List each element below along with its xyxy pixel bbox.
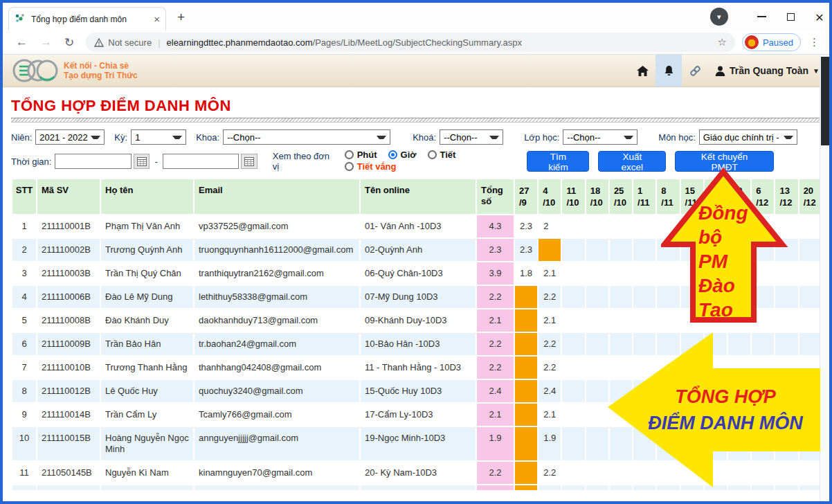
column-header-4: Tên online [360, 179, 476, 215]
close-button[interactable]: × [815, 10, 824, 24]
cell-day-8/11 [656, 238, 680, 262]
radio-icon [345, 162, 354, 171]
table-row: 1211110001BPhạm Thị Vân Anhvp337525@gmai… [12, 215, 822, 238]
minimize-button[interactable] [757, 16, 766, 17]
cell-stt [12, 485, 37, 491]
cell-day-20/12 [799, 356, 822, 379]
cell-ten-online: 09-Khánh Duy-10D3 [360, 309, 476, 332]
warning-icon [94, 38, 104, 47]
cell-day-18/10 [586, 332, 609, 356]
cell-day-15/11 [680, 426, 704, 461]
cell-ten-online [360, 485, 476, 491]
column-header-25/10: 25/10 [609, 179, 633, 215]
calendar-from-button[interactable] [134, 154, 150, 169]
unit-radio-Giờ[interactable]: Giờ [388, 150, 417, 160]
cell-day-22/11 [704, 285, 727, 309]
cell-day-18/10 [586, 238, 609, 262]
unit-radio-Phút[interactable]: Phút [345, 150, 377, 160]
forward-icon[interactable]: → [40, 35, 52, 49]
not-secure-label[interactable]: Not secure [94, 37, 152, 48]
calendar-icon [137, 157, 147, 166]
cell-day-25/10 [609, 238, 633, 262]
cell-day-4/10: 1.9 [538, 426, 561, 461]
page-title: TỔNG HỢP ĐIỂM DANH MÔN [11, 97, 821, 115]
table-row: 8211110012BLê Quốc Huyquochuy3240@gmail.… [12, 379, 822, 403]
maximize-button[interactable] [787, 13, 795, 21]
time-to-input[interactable] [163, 154, 239, 169]
cell-day-13/12 [775, 426, 798, 461]
column-header-15/11: 15/11 [680, 179, 704, 215]
ky-select[interactable]: 1 [131, 129, 186, 145]
cell-day-11/10 [561, 379, 585, 403]
cell-day-20/12 [799, 309, 822, 332]
bookmark-star-icon[interactable]: ☆ [717, 36, 726, 48]
title-divider [11, 118, 821, 123]
radio-icon [388, 150, 397, 159]
lophoc-select[interactable]: --Chọn-- [563, 129, 637, 145]
cell-ma-sv: 211110001B [37, 215, 100, 238]
cell-day-1/11 [633, 379, 656, 403]
action-buttons: Tìm kiếmXuất excelKết chuyển PMĐT [527, 151, 774, 172]
browser-titlebar: Tổng hợp điểm danh môn × + ▾ × [3, 3, 829, 30]
cell-day-11/10 [561, 215, 585, 238]
cell-day-18/10 [586, 262, 609, 285]
link-icon[interactable] [682, 55, 708, 87]
user-menu[interactable]: Trần Quang Toàn ▼ [715, 65, 820, 76]
address-bar[interactable]: Not secure | elearningdttec.phanmemdaota… [86, 33, 735, 52]
cell-tong-so: 1.9 [476, 426, 514, 461]
cell-day-29/11 [727, 238, 751, 262]
cell-day-13/12 [775, 285, 798, 309]
khoahoc-select[interactable]: --Chọn-- [440, 129, 503, 145]
cell-tong-so: 2.2 [476, 332, 514, 356]
cell-day-25/10 [609, 285, 633, 309]
cell-day-27/9 [514, 379, 538, 403]
cell-day-20/12 [799, 238, 822, 262]
cell-day-22/11 [704, 262, 727, 285]
unit-radio-Tiết[interactable]: Tiết [428, 150, 456, 160]
khoa-select[interactable]: --Chọn-- [223, 129, 390, 145]
paused-extension-badge[interactable]: Paused [742, 33, 801, 51]
cell-email: Tcamly766@gmail.com [194, 403, 360, 426]
cell-day-11/10 [561, 403, 585, 426]
export-excel-button[interactable]: Xuất excel [598, 151, 666, 172]
table-row: 6211110009BTrần Bảo Hântr.baohan24@gmail… [12, 332, 822, 356]
cell-day-1/11 [633, 238, 656, 262]
nien-select[interactable]: 2021 - 2022 [35, 129, 105, 145]
cell-day-1/11 [633, 262, 656, 285]
eco-logo[interactable]: Kết nối - Chia sẻ Tạo dựng Tri Thức [12, 57, 138, 84]
cell-day-4/10: 2.1 [538, 262, 561, 285]
new-tab-button[interactable]: + [177, 10, 185, 25]
cell-day-20/12 [799, 332, 822, 356]
browser-tab[interactable]: Tổng hợp điểm danh môn × [8, 7, 166, 30]
profile-avatar [745, 35, 759, 49]
media-controls-button[interactable]: ▾ [710, 8, 728, 26]
user-name: Trần Quang Toàn [730, 65, 808, 76]
cell-day-6/12 [751, 356, 775, 379]
home-icon[interactable] [629, 55, 655, 87]
cell-day-20/12 [799, 262, 822, 285]
tab-close-icon[interactable]: × [154, 14, 160, 24]
cell-tong-so: 2.3 [476, 238, 514, 262]
table-row: 4211110006BĐào Lê Mỹ Dunglethithuy58338@… [12, 285, 822, 309]
back-icon[interactable]: ← [16, 35, 28, 49]
browser-toolbar: ← → ↻ Not secure | elearningdttec.phanme… [3, 30, 829, 55]
cell-day-4/10: 2.2 [538, 285, 561, 309]
scrollbar-thumb[interactable] [821, 57, 829, 145]
monhoc-select[interactable]: Giáo dục chính trị - [699, 129, 797, 145]
browser-menu-icon[interactable]: ⋮ [809, 36, 820, 48]
cell-ten-online: 15-Quốc Huy 10D3 [360, 379, 476, 403]
search-button[interactable]: Tìm kiếm [527, 151, 589, 172]
reload-icon[interactable]: ↻ [64, 35, 74, 50]
scrollbar-track[interactable] [820, 55, 829, 501]
cell-stt: 4 [12, 285, 37, 309]
calendar-to-button[interactable] [241, 154, 257, 169]
notifications-icon[interactable] [655, 55, 682, 87]
cell-ho-ten: Trần Cẩm Ly [100, 403, 194, 426]
unit-radio-Tiết vắng[interactable]: Tiết vắng [345, 161, 397, 172]
time-from-input[interactable] [55, 154, 131, 169]
eco-logo-icon [12, 57, 58, 84]
cell-day-29/11 [727, 285, 751, 309]
column-header-13/12: 13/12 [775, 179, 798, 215]
transfer-pmdt-button[interactable]: Kết chuyển PMĐT [675, 151, 774, 172]
cell-day-29/11 [727, 262, 751, 285]
